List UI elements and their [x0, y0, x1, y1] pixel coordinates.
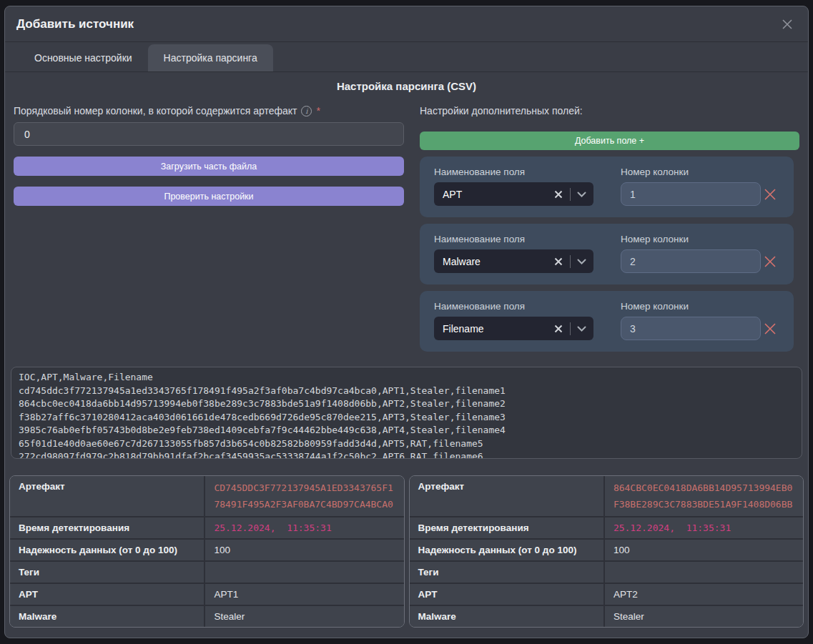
field-name-value: Malware: [443, 256, 553, 267]
row-label: Время детектирования: [10, 517, 204, 538]
csv-preview-text: IOC,APT,Malware,Filename cd745ddc3f77213…: [19, 371, 794, 459]
row-value: 25.12.2024, 11:35:31: [603, 517, 803, 538]
dialog-header: Добавить источник: [5, 6, 808, 42]
chevron-down-icon[interactable]: [577, 259, 586, 264]
field-name-select[interactable]: APT: [434, 182, 593, 206]
field-name-select[interactable]: Filename: [434, 317, 593, 340]
table-row: Malware Stealer: [410, 605, 804, 627]
right-panel: Настройки дополнительных полей: Добавить…: [420, 105, 799, 358]
column-number-input[interactable]: [621, 317, 761, 340]
table-row: Артефакт 864CBC0EC0418DA6BB14D95713994EB…: [410, 476, 804, 516]
artifact-column-label-text: Порядковый номер колонки, в которой соде…: [14, 105, 297, 117]
field-card: Наименование поля APT Номер колонки: [420, 157, 794, 217]
column-number-label: Номер колонки: [621, 167, 761, 177]
row-label: Артефакт: [10, 476, 204, 516]
artifact-column-input[interactable]: [14, 122, 404, 146]
row-label: APT: [410, 584, 603, 605]
table-row: APT APT1: [10, 583, 404, 605]
table-row: Время детектирования 25.12.2024, 11:35:3…: [10, 516, 404, 538]
chevron-down-icon[interactable]: [577, 192, 586, 197]
row-value: [603, 562, 803, 583]
field-name-value: Filename: [443, 323, 553, 335]
csv-preview[interactable]: IOC,APT,Malware,Filename cd745ddc3f77213…: [11, 367, 802, 459]
field-list: Наименование поля APT Номер колонки: [420, 157, 799, 352]
dropdown-divider: [570, 188, 571, 201]
row-value: 25.12.2024, 11:35:31: [204, 517, 403, 538]
row-value: 864CBC0EC0418DA6BB14D95713994EB0F38BE289…: [603, 476, 803, 516]
tab-bar: Основные настройки Настройка парсинга: [5, 44, 808, 72]
delete-field-icon[interactable]: [762, 182, 778, 206]
row-label: Артефакт: [410, 476, 603, 516]
artifact-column-label: Порядковый номер колонки, в которой соде…: [14, 105, 404, 117]
row-value: [204, 562, 403, 583]
table-row: APT APT2: [410, 583, 804, 605]
row-label: Время детектирования: [410, 517, 603, 538]
tables-row: Артефакт CD745DDC3F772137945A1ED3343765F…: [5, 475, 808, 628]
clear-icon[interactable]: [553, 324, 563, 334]
table-row: Теги: [410, 560, 804, 583]
content-columns: Порядковый номер колонки, в которой соде…: [5, 99, 808, 358]
row-value: APT2: [603, 584, 803, 605]
add-field-button[interactable]: Добавить поле +: [420, 132, 799, 150]
row-label: APT: [10, 584, 204, 605]
column-number-input[interactable]: [621, 182, 761, 206]
preview-table: Артефакт CD745DDC3F772137945A1ED3343765F…: [9, 475, 405, 628]
row-label: Надежность данных (от 0 до 100): [410, 540, 603, 560]
chevron-down-icon[interactable]: [577, 326, 586, 332]
required-asterisk: *: [316, 105, 320, 117]
field-name-value: APT: [443, 189, 553, 200]
row-value: Stealer: [204, 606, 403, 627]
tab-parsing-settings[interactable]: Настройка парсинга: [148, 44, 273, 71]
section-heading: Настройка парсинга (CSV): [5, 80, 808, 92]
dropdown-divider: [570, 322, 571, 335]
table-row: Malware Stealer: [10, 605, 404, 627]
field-name-label: Наименование поля: [434, 234, 593, 244]
table-row: Время детектирования 25.12.2024, 11:35:3…: [410, 516, 804, 538]
add-source-dialog: Добавить источник Основные настройки Нас…: [4, 6, 809, 638]
dialog-title: Добавить источник: [16, 17, 134, 31]
table-row: Артефакт CD745DDC3F772137945A1ED3343765F…: [10, 476, 404, 516]
info-icon[interactable]: i: [301, 106, 312, 117]
row-label: Malware: [410, 606, 603, 627]
row-value: 100: [603, 540, 803, 560]
delete-field-icon[interactable]: [762, 249, 778, 273]
field-name-label: Наименование поля: [434, 301, 593, 312]
column-number-input[interactable]: [621, 249, 761, 273]
load-file-part-button[interactable]: Загрузить часть файла: [14, 157, 404, 176]
check-settings-button[interactable]: Проверить настройки: [14, 187, 404, 206]
dropdown-divider: [570, 255, 571, 268]
left-panel: Порядковый номер колонки, в которой соде…: [14, 105, 404, 358]
row-label: Malware: [10, 606, 204, 627]
row-label: Надежность данных (от 0 до 100): [10, 540, 204, 560]
preview-table: Артефакт 864CBC0EC0418DA6BB14D95713994EB…: [409, 475, 804, 628]
row-label: Теги: [10, 562, 204, 583]
table-row: Теги: [10, 560, 404, 583]
row-value: Stealer: [603, 606, 803, 627]
clear-icon[interactable]: [553, 189, 563, 199]
table-row: Надежность данных (от 0 до 100) 100: [10, 538, 404, 560]
row-label: Теги: [410, 562, 603, 583]
row-value: APT1: [204, 584, 403, 605]
field-name-label: Наименование поля: [434, 167, 593, 177]
close-icon[interactable]: [778, 15, 797, 34]
column-number-label: Номер колонки: [621, 234, 761, 244]
delete-field-icon[interactable]: [762, 317, 778, 340]
field-name-select[interactable]: Malware: [434, 249, 593, 273]
tab-main-settings[interactable]: Основные настройки: [19, 44, 148, 71]
column-number-label: Номер колонки: [621, 301, 761, 312]
row-value: 100: [204, 540, 403, 560]
field-card: Наименование поля Malware Номер колонки: [420, 224, 794, 284]
field-card: Наименование поля Filename Номер колонки: [420, 291, 794, 352]
additional-fields-heading: Настройки дополнительных полей:: [420, 105, 799, 117]
row-value: CD745DDC3F772137945A1ED3343765F178491F49…: [204, 476, 403, 516]
clear-icon[interactable]: [553, 257, 563, 267]
table-row: Надежность данных (от 0 до 100) 100: [410, 538, 804, 560]
